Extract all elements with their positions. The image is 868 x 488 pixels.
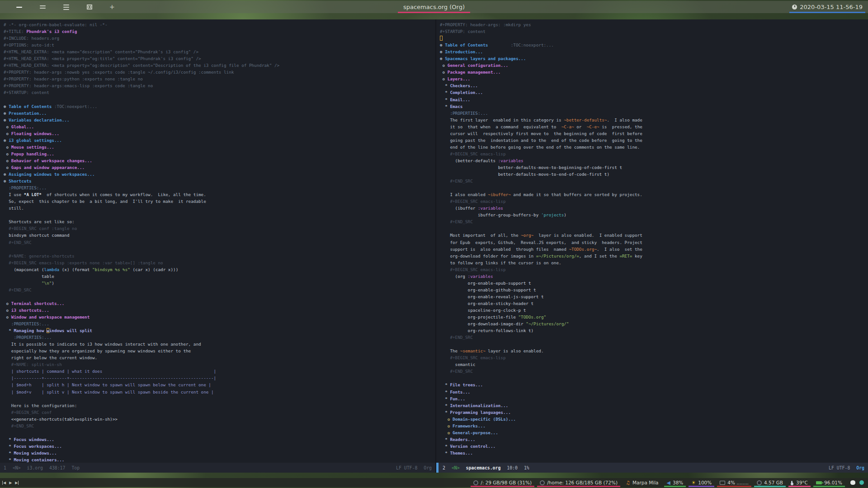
buffer-line: org-enable-reveal-js-support t xyxy=(440,293,868,300)
buffer-line: It is possible to indicate to i3 how win… xyxy=(4,341,435,347)
clock-underline xyxy=(789,12,865,13)
buffer-line: <<generate-shortcuts(table=split-win-sh)… xyxy=(4,416,435,422)
buffer-line: o Gaps and window appearance... xyxy=(4,164,435,171)
system-tray xyxy=(850,480,864,485)
buffer-line: * File trees... xyxy=(440,381,868,388)
status-modules: /: 29 GB/98 GB (31%)/home: 126 GB/185 GB… xyxy=(469,478,846,487)
volume-icon: ◀ xyxy=(667,480,670,485)
buffer-line: going past the indentation and to the en… xyxy=(440,137,868,144)
buffer-line: #+NAME: generate-shortcuts xyxy=(4,253,435,259)
buffer-line: * Moving containers... xyxy=(4,456,435,463)
buffer-line: #+BEGIN_SRC conf xyxy=(4,409,435,416)
media-play-icon[interactable]: ▶ xyxy=(9,481,12,485)
scroll-position: Top xyxy=(71,465,80,470)
buffer-line: spaceline-org-clock-p t xyxy=(440,307,868,314)
media-next-icon[interactable]: ▶ xyxy=(15,481,19,485)
buffer-line: The ~semantic~ layer is also enabled. xyxy=(440,347,868,354)
window-title-text: spacemacs.org (Org) xyxy=(403,4,465,10)
status-label: /: 29 GB/98 GB (31%) xyxy=(481,480,532,485)
buffer-line: ⊛ Spacemacs layers and packages... xyxy=(440,55,868,62)
buffer-line xyxy=(4,246,435,253)
discord-icon[interactable] xyxy=(850,480,855,485)
buffer-line: | shortcuts | command | what it does | xyxy=(4,368,435,375)
temperature-icon xyxy=(791,481,793,484)
buffer-line: #+STARTUP: content xyxy=(4,89,435,96)
buffer-line: ✿ Domain-specific (DSLs)... xyxy=(440,416,868,422)
buffer-line: ⊛ Presentation... xyxy=(4,110,435,117)
buffer-line: ✿ Frameworks... xyxy=(440,422,868,429)
buffer-line: #+PROPERTY: header-args :noweb yes :expo… xyxy=(4,69,435,75)
status-bar: ◀▶▶ /: 29 GB/98 GB (31%)/home: 126 GB/18… xyxy=(0,478,868,487)
status-underline xyxy=(689,486,714,487)
buffer-line: * Checkers... xyxy=(440,82,868,89)
media-prev-icon[interactable]: ◀ xyxy=(2,481,6,485)
new-workspace-button[interactable]: + xyxy=(109,1,115,13)
buffer-line: ⊛ Introduction... xyxy=(440,48,868,55)
status-label: 100% xyxy=(698,480,712,485)
buffer-line: org-download folder for images in =~/Pic… xyxy=(440,253,868,259)
buffer-spacemacs-org[interactable]: #+PROPERTY: header-args: :mkdirp yes#+ST… xyxy=(436,19,868,463)
buffer-line xyxy=(4,293,435,300)
modeline-spacemacs: 2 <N> spacemacs.org 10:0 1% LF UTF-8 Org xyxy=(436,463,868,473)
buffer-i3-org[interactable]: # -*- org-confirm-babel-evaluate: nil -*… xyxy=(0,19,435,463)
buffer-line: * Email... xyxy=(440,96,868,103)
buffer-line: :PROPERTIES:... xyxy=(4,334,435,341)
workspace-1[interactable] xyxy=(15,1,23,13)
battery-status[interactable]: 96.01% xyxy=(812,478,846,487)
cpu-status[interactable]: 4% ........ xyxy=(716,478,753,487)
workspace-2[interactable] xyxy=(39,1,46,13)
buffer-line: org-enable-github-support t xyxy=(440,286,868,293)
brightness-status[interactable]: ☀100% xyxy=(687,478,716,487)
buffer-line: right or below the current window. xyxy=(4,354,435,361)
scroll-position: 1% xyxy=(524,465,529,470)
hdd-icon xyxy=(473,480,478,485)
buffer-line: #+END_SRC xyxy=(4,286,435,293)
buffer-line: :PROPERTIES:... xyxy=(440,110,868,117)
hdd-icon xyxy=(540,480,545,485)
buffer-line xyxy=(440,225,868,232)
buffer-line xyxy=(440,184,868,191)
buffer-line: Here is the configuration: xyxy=(4,402,435,409)
status-underline xyxy=(754,486,786,487)
memory-icon xyxy=(757,480,762,485)
clock[interactable]: 2020-03-15 11-56-19 xyxy=(789,1,865,13)
buffer-line: o Window and workspace management xyxy=(4,314,435,320)
status-underline xyxy=(788,486,811,487)
workspace-4[interactable] xyxy=(86,1,93,13)
memory-status[interactable]: 4.57 GB xyxy=(753,478,787,487)
buffer-line xyxy=(4,96,435,103)
window-number: 2 xyxy=(443,465,445,470)
window-number: 1 xyxy=(4,465,6,470)
music-status[interactable]: ♫Marpa Mila xyxy=(622,478,662,487)
buffer-line: * Fonts... xyxy=(440,389,868,395)
buffer-line: o Layers... xyxy=(440,75,868,82)
buffer-line: #+INCLUDE: headers.org xyxy=(4,35,435,42)
cpu-icon xyxy=(720,481,725,485)
buffer-line: (mapconcat (lambda (x) (format "bindsym … xyxy=(4,266,435,273)
wifi-icon[interactable] xyxy=(859,480,864,485)
workspace-switcher: + xyxy=(15,1,115,13)
buffer-line: * Version control... xyxy=(440,443,868,450)
disk-root-status[interactable]: /: 29 GB/98 GB (31%) xyxy=(469,478,536,487)
buffer-line: bindsym shortcut command xyxy=(4,232,435,239)
buffer-line: better-defaults-move-to-beginning-of-cod… xyxy=(440,164,868,171)
volume-status[interactable]: ◀38% xyxy=(663,478,688,487)
buffer-line: #+END_SRC xyxy=(4,422,435,429)
disk-home-status[interactable]: /home: 126 GB/185 GB (72%) xyxy=(536,478,622,487)
buffer-line: (ibuffer :variables xyxy=(440,205,868,211)
status-label: 4.57 GB xyxy=(764,480,783,485)
buffer-line: (better-defaults :variables xyxy=(440,157,868,164)
temperature-status[interactable]: 39°C xyxy=(787,478,812,487)
buffer-line: :PROPERTIES:... xyxy=(4,184,435,191)
buffer-line: * Completion... xyxy=(440,89,868,96)
buffer-line: The first layer enabled in this category… xyxy=(440,117,868,123)
major-mode: Org xyxy=(856,465,864,470)
buffer-line: o Package management... xyxy=(440,69,868,75)
buffer-line xyxy=(4,395,435,402)
buffer-line: I also enabled ~ibuffer~ and made it so … xyxy=(440,191,868,198)
buffer-line: #+TITLE: Phundrak's i3 config xyxy=(4,28,435,35)
workspace-glyph-bar xyxy=(40,5,46,6)
emacs-window-spacemacs: #+PROPERTY: header-args: :mkdirp yes#+ST… xyxy=(435,19,868,473)
buffer-line: ✿ General-purpose... xyxy=(440,429,868,436)
workspace-3[interactable] xyxy=(62,1,70,13)
